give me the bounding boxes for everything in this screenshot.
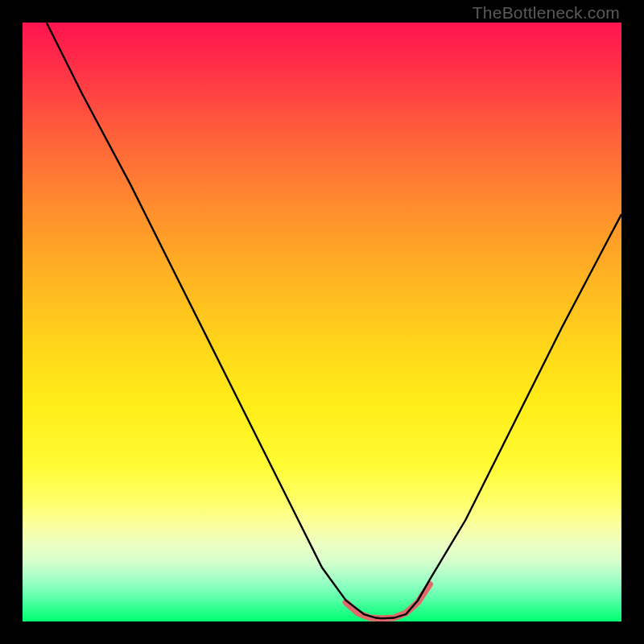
chart-frame: TheBottleneck.com xyxy=(0,0,644,644)
plot-area xyxy=(23,23,621,621)
watermark-text: TheBottleneck.com xyxy=(473,3,620,23)
bottleneck-curve xyxy=(47,23,621,618)
curve-layer xyxy=(23,23,621,621)
